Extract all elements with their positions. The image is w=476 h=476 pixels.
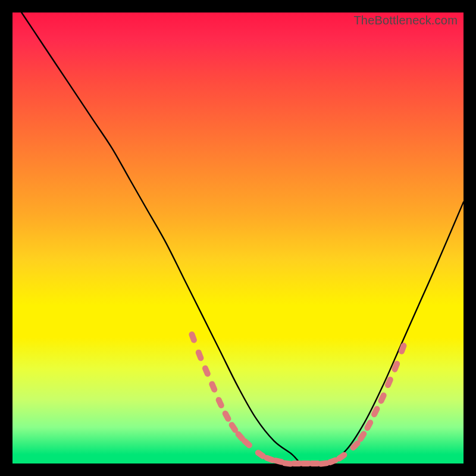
curve-layer <box>12 12 464 464</box>
chart-frame: TheBottleneck.com <box>0 0 476 476</box>
bottleneck-curve <box>21 12 464 465</box>
plot-area: TheBottleneck.com <box>12 12 464 464</box>
highlight-dot <box>221 409 232 422</box>
highlight-dot <box>195 349 205 362</box>
highlight-dot <box>188 331 198 344</box>
highlight-dot <box>370 405 381 418</box>
highlight-dot <box>215 396 225 409</box>
highlight-dot <box>208 380 218 393</box>
highlight-dot <box>391 360 401 373</box>
highlight-dot <box>384 375 394 389</box>
highlight-dot <box>201 364 211 377</box>
